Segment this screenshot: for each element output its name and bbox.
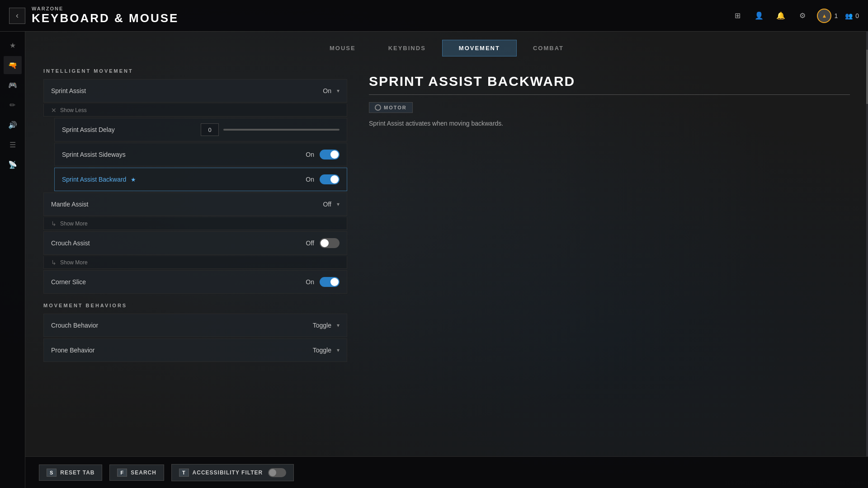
show-more-crouch-label: Show More — [60, 259, 88, 266]
tab-keybinds[interactable]: KEYBINDS — [372, 40, 442, 56]
sidebar-item-audio[interactable]: 🔊 — [4, 116, 22, 134]
sprint-sideways-label: Sprint Assist Sideways — [62, 151, 306, 158]
friends-count: 0 — [855, 12, 859, 19]
sprint-delay-slider-container: 0 — [201, 123, 340, 136]
corner-slice-value: On — [306, 278, 314, 286]
corner-slice-toggle[interactable] — [320, 277, 340, 287]
reset-tab-key: S — [47, 469, 57, 477]
setting-row-mantle[interactable]: Mantle Assist Off ▾ — [43, 192, 347, 216]
info-description: Sprint Assist activates when moving back… — [369, 118, 523, 128]
section-header-intelligent: INTELLIGENT MOVEMENT — [43, 68, 347, 74]
settings-area: INTELLIGENT MOVEMENT Sprint Assist On ▾ … — [25, 65, 868, 452]
game-title: WARZONE — [32, 6, 179, 11]
friends-badge[interactable]: 👥 0 — [845, 12, 859, 19]
show-more-mantle-label: Show More — [60, 221, 88, 227]
mantle-value: Off — [323, 201, 331, 208]
setting-row-sprint-backward[interactable]: Sprint Assist Backward ★ On — [54, 168, 347, 191]
setting-row-sprint-assist[interactable]: Sprint Assist On ▾ — [43, 79, 347, 103]
info-panel: Sprint Assist Backward MOTOR Sprint Assi… — [369, 65, 850, 452]
badge-count: 1 — [834, 12, 838, 19]
sprint-backward-star: ★ — [131, 176, 136, 183]
info-title: Sprint Assist Backward — [369, 74, 850, 95]
sprint-delay-track[interactable] — [223, 129, 340, 131]
search-label: SEARCH — [131, 469, 156, 476]
sidebar-item-favorites[interactable]: ★ — [4, 36, 22, 54]
bottom-bar: S RESET TAB F SEARCH T ACCESSIBILITY FIL… — [25, 456, 868, 488]
show-less-icon: ✕ — [51, 107, 57, 114]
crouch-behavior-arrow: ▾ — [337, 322, 340, 328]
sidebar-item-edit[interactable]: ✏ — [4, 96, 22, 114]
sidebar-item-controller[interactable]: 🎮 — [4, 76, 22, 94]
show-more-crouch-icon: ↳ — [51, 259, 57, 266]
sidebar-item-network[interactable]: 📡 — [4, 155, 22, 174]
crouch-behavior-label: Crouch Behavior — [51, 322, 313, 329]
back-icon: ‹ — [16, 11, 19, 20]
sprint-assist-value: On — [323, 87, 331, 94]
sprint-backward-toggle[interactable] — [320, 174, 340, 184]
user-icon[interactable]: 👤 — [752, 9, 766, 23]
player-badge[interactable]: ▲ 1 — [817, 9, 838, 23]
title-block: WARZONE KEYBOARD & MOUSE — [32, 6, 179, 25]
prone-behavior-label: Prone Behavior — [51, 347, 313, 354]
back-button[interactable]: ‹ — [9, 8, 25, 24]
accessibility-filter-button[interactable]: T ACCESSIBILITY FILTER — [171, 464, 294, 481]
section-header-behaviors: MOVEMENT BEHAVIORS — [43, 303, 347, 308]
setting-row-crouch-assist[interactable]: Crouch Assist Off — [43, 231, 347, 255]
search-button[interactable]: F SEARCH — [109, 465, 164, 481]
sidebar-item-menu[interactable]: ☰ — [4, 136, 22, 154]
sprint-delay-value: 0 — [201, 123, 219, 136]
prone-behavior-value: Toggle — [313, 347, 331, 354]
accessibility-label: ACCESSIBILITY FILTER — [193, 469, 263, 476]
friends-icon: 👥 — [845, 12, 853, 19]
accessibility-key: T — [179, 469, 189, 477]
tabs-bar: MOUSE KEYBINDS MOVEMENT COMBAT — [25, 32, 868, 65]
show-more-mantle-row[interactable]: ↳ Show More — [43, 217, 347, 230]
crouch-assist-label: Crouch Assist — [51, 239, 306, 247]
prone-behavior-arrow: ▾ — [337, 347, 340, 353]
topbar-right: ⊞ 👤 🔔 ⚙ ▲ 1 👥 0 — [730, 9, 859, 23]
motor-icon — [375, 104, 381, 111]
crouch-assist-toggle[interactable] — [320, 238, 340, 248]
avatar: ▲ — [817, 9, 831, 23]
bell-icon[interactable]: 🔔 — [774, 9, 788, 23]
topbar: ‹ WARZONE KEYBOARD & MOUSE ⊞ 👤 🔔 ⚙ ▲ 1 👥… — [0, 0, 868, 32]
grid-icon[interactable]: ⊞ — [730, 9, 745, 23]
setting-row-sprint-delay[interactable]: Sprint Assist Delay 0 — [54, 118, 347, 141]
sprint-delay-label: Sprint Assist Delay — [62, 126, 201, 133]
main-content: MOUSE KEYBINDS MOVEMENT COMBAT INTELLIGE… — [25, 32, 868, 488]
show-more-mantle-icon: ↳ — [51, 220, 57, 227]
reset-tab-button[interactable]: S RESET TAB — [39, 465, 102, 481]
page-title: KEYBOARD & MOUSE — [32, 11, 179, 25]
scroll-thumb[interactable] — [866, 50, 868, 104]
sprint-backward-label: Sprint Assist Backward ★ — [62, 176, 306, 183]
accessibility-toggle[interactable] — [268, 468, 286, 477]
mantle-label: Mantle Assist — [51, 201, 323, 208]
setting-row-corner-slice[interactable]: Corner Slice On — [43, 270, 347, 294]
corner-slice-label: Corner Slice — [51, 278, 306, 286]
sprint-assist-arrow: ▾ — [337, 88, 340, 94]
tab-combat[interactable]: COMBAT — [517, 40, 580, 56]
show-more-crouch-row[interactable]: ↳ Show More — [43, 256, 347, 269]
sprint-assist-label: Sprint Assist — [51, 87, 323, 94]
crouch-assist-value: Off — [306, 239, 314, 247]
mantle-arrow: ▾ — [337, 201, 340, 207]
search-key: F — [117, 469, 127, 477]
reset-tab-label: RESET TAB — [60, 469, 94, 476]
tab-movement[interactable]: MOVEMENT — [442, 40, 517, 56]
crouch-behavior-value: Toggle — [313, 322, 331, 329]
show-less-label: Show Less — [60, 107, 87, 113]
settings-icon[interactable]: ⚙ — [795, 9, 810, 23]
setting-row-sprint-sideways[interactable]: Sprint Assist Sideways On — [54, 143, 347, 166]
tab-mouse[interactable]: MOUSE — [313, 40, 372, 56]
sprint-backward-value: On — [306, 176, 314, 183]
sidebar-item-combat[interactable]: 🔫 — [4, 56, 22, 74]
setting-row-prone-behavior[interactable]: Prone Behavior Toggle ▾ — [43, 338, 347, 362]
sidebar: ★ 🔫 🎮 ✏ 🔊 ☰ 📡 — [0, 32, 25, 488]
show-less-row[interactable]: ✕ Show Less — [43, 104, 347, 117]
setting-row-crouch-behavior[interactable]: Crouch Behavior Toggle ▾ — [43, 314, 347, 337]
sprint-sideways-toggle[interactable] — [320, 150, 340, 160]
scroll-divider — [866, 32, 868, 456]
motor-label: MOTOR — [384, 105, 407, 110]
sprint-sideways-value: On — [306, 151, 314, 158]
settings-panel: INTELLIGENT MOVEMENT Sprint Assist On ▾ … — [43, 65, 351, 452]
